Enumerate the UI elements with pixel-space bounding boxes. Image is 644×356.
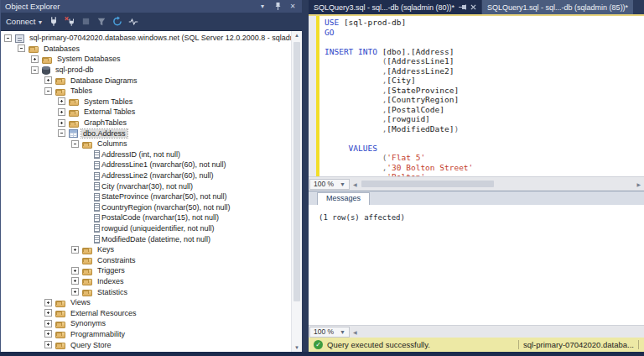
tree-item[interactable]: Columns xyxy=(2,139,291,149)
tree-item[interactable]: Statistics xyxy=(2,286,291,297)
tree-item[interactable]: Programmability xyxy=(2,329,291,340)
tree-item[interactable]: dbo.Address xyxy=(2,128,291,139)
expand-icon[interactable] xyxy=(44,320,52,327)
window-position-icon[interactable]: ▾ xyxy=(257,2,267,12)
database-icon xyxy=(42,66,50,75)
messages-zoom-select[interactable]: 100 % ▼ xyxy=(309,327,350,338)
code-line xyxy=(325,134,644,144)
close-icon[interactable] xyxy=(470,4,476,10)
tree-item-label: CountryRegion (nvarchar(50), not null) xyxy=(100,203,232,212)
scroll-left-icon[interactable]: ◀ xyxy=(353,326,357,338)
connect-plug-icon[interactable] xyxy=(49,17,59,27)
expand-icon[interactable] xyxy=(58,97,65,105)
messages-horizontal-scrollbar[interactable]: ◀ xyxy=(350,326,644,338)
tree-item[interactable]: Constraints xyxy=(2,254,291,265)
tree-item[interactable]: AddressLine1 (nvarchar(60), not null) xyxy=(2,160,291,170)
tree-item[interactable]: Indexes xyxy=(2,276,291,287)
tree-item[interactable]: AddressLine2 (nvarchar(60), null) xyxy=(2,170,291,181)
editor-zoom-select[interactable]: 100 % ▼ xyxy=(309,179,350,190)
expand-icon[interactable] xyxy=(44,76,52,84)
tree-item[interactable]: Query Store xyxy=(2,339,291,350)
object-explorer-tree[interactable]: sql-primary-07042020.database.windows.ne… xyxy=(1,31,302,352)
expand-icon[interactable] xyxy=(58,108,65,116)
scrollbar-thumb[interactable] xyxy=(293,42,300,301)
column-icon xyxy=(94,224,100,233)
tree-item[interactable]: Tables xyxy=(2,86,291,97)
pin-icon[interactable] xyxy=(273,2,283,12)
tree-item[interactable]: Databases xyxy=(2,44,291,55)
tree-item-label: Columns xyxy=(96,139,129,148)
tree-item[interactable]: sql-prod-db xyxy=(2,65,291,76)
document-tab[interactable]: SQLQuery3.sql - sql...-db (sqladmin (80)… xyxy=(309,0,481,14)
chevron-down-icon: ▼ xyxy=(340,329,345,335)
pin-icon[interactable] xyxy=(458,3,467,11)
tree-item-label: Synonyms xyxy=(69,319,107,327)
tree-item[interactable]: sql-primary-07042020.database.windows.ne… xyxy=(2,33,291,44)
scroll-up-icon[interactable]: ▲ xyxy=(292,33,302,38)
tree-item-label: City (nvarchar(30), not null) xyxy=(100,182,195,191)
folder-icon xyxy=(42,57,52,64)
activity-monitor-icon[interactable] xyxy=(128,17,138,27)
tree-item[interactable]: GraphTables xyxy=(2,118,291,128)
expand-icon[interactable] xyxy=(71,277,79,285)
scroll-down-icon[interactable]: ▼ xyxy=(292,345,302,350)
tree-item[interactable]: City (nvarchar(30), not null) xyxy=(2,181,291,191)
tree-item[interactable]: Synonyms xyxy=(2,318,291,329)
expand-icon[interactable] xyxy=(44,309,52,317)
tree-item[interactable]: StateProvince (nvarchar(50), not null) xyxy=(2,191,291,202)
collapse-icon[interactable] xyxy=(71,140,79,148)
collapse-icon[interactable] xyxy=(58,129,65,137)
expand-icon[interactable] xyxy=(71,267,79,275)
tree-item[interactable]: External Resources xyxy=(2,307,291,318)
filter-icon[interactable] xyxy=(96,17,106,27)
tree-item[interactable]: System Databases xyxy=(2,54,291,65)
expand-icon[interactable] xyxy=(44,341,52,348)
tree-item[interactable]: Database Diagrams xyxy=(2,75,291,86)
tree-item[interactable]: AddressID (int, not null) xyxy=(2,149,291,160)
tree-item-label: Indexes xyxy=(96,277,126,285)
column-icon xyxy=(94,235,100,243)
tree-item[interactable]: System Tables xyxy=(2,97,291,107)
tree-item[interactable]: rowguid (uniqueidentifier, not null) xyxy=(2,223,291,234)
scrollbar-thumb[interactable] xyxy=(361,181,494,187)
tree-item[interactable]: External Tables xyxy=(2,107,291,118)
tree-item-label: GraphTables xyxy=(82,118,128,127)
tree-item[interactable]: ModifiedDate (datetime, not null) xyxy=(2,233,291,244)
expand-icon[interactable] xyxy=(58,119,65,127)
tree-item[interactable]: Views xyxy=(2,297,291,308)
expand-icon[interactable] xyxy=(71,246,79,254)
folder-icon xyxy=(55,343,65,349)
close-icon[interactable]: ✕ xyxy=(288,2,298,12)
disconnect-plug-icon[interactable] xyxy=(65,17,75,27)
pane-splitter[interactable] xyxy=(302,0,309,356)
column-icon xyxy=(94,214,100,222)
editor-horizontal-scrollbar[interactable]: ◀ ▶ xyxy=(350,177,644,191)
expand-icon[interactable] xyxy=(44,330,52,338)
collapse-icon[interactable] xyxy=(4,34,12,42)
track-changes-bar xyxy=(316,16,319,176)
tree-item-label: Tables xyxy=(69,86,94,95)
tab-messages[interactable]: Messages xyxy=(317,192,370,205)
expand-icon[interactable] xyxy=(31,55,39,63)
tree-item[interactable]: PostalCode (nvarchar(15), not null) xyxy=(2,212,291,223)
collapse-icon[interactable] xyxy=(44,87,52,95)
connect-button[interactable]: Connect▼ xyxy=(6,17,43,26)
refresh-icon[interactable] xyxy=(112,17,122,27)
tree-vertical-scrollbar[interactable]: ▲ ▼ xyxy=(291,31,302,352)
object-explorer-titlebar[interactable]: Object Explorer ▾ ✕ xyxy=(1,0,302,13)
sql-editor[interactable]: USE [sql-prod-db]GO INSERT INTO [dbo].[A… xyxy=(309,16,644,176)
collapse-icon[interactable] xyxy=(31,66,39,74)
query-pane: SQLQuery3.sql - sql...-db (sqladmin (80)… xyxy=(309,0,644,352)
messages-panel[interactable]: (1 row(s) affected) xyxy=(309,205,644,325)
tree-item[interactable]: CountryRegion (nvarchar(50), not null) xyxy=(2,202,291,213)
folder-icon xyxy=(55,89,65,96)
tree-item[interactable]: Keys xyxy=(2,244,291,255)
collapse-icon[interactable] xyxy=(18,44,25,52)
folder-icon xyxy=(82,269,92,275)
expand-icon[interactable] xyxy=(71,288,79,296)
expand-icon[interactable] xyxy=(44,299,52,306)
scroll-right-icon[interactable]: ▶ xyxy=(636,177,641,191)
tree-item[interactable]: Triggers xyxy=(2,265,291,276)
document-tab[interactable]: SQLQuery1.sql - sql...-db (sqladmin (85)… xyxy=(482,0,633,14)
scroll-left-icon[interactable]: ◀ xyxy=(353,177,357,191)
